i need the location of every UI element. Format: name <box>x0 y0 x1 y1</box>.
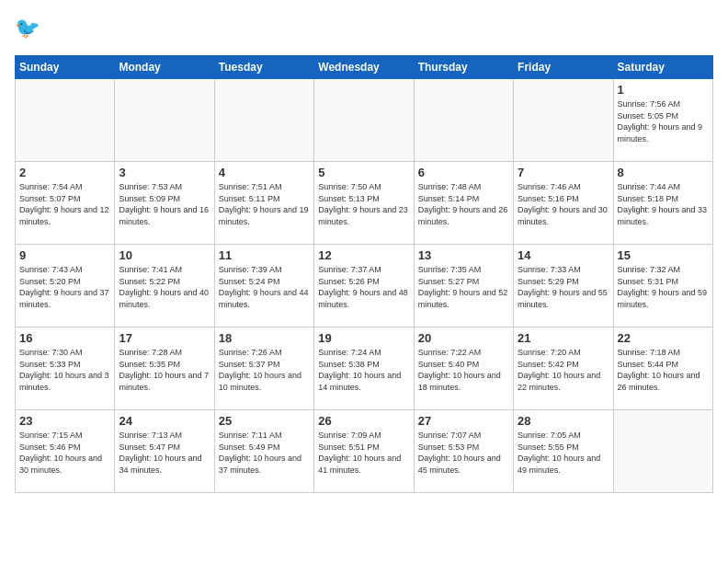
day-number: 26 <box>318 414 409 428</box>
day-number: 12 <box>318 248 409 262</box>
day-cell: 24Sunrise: 7:13 AM Sunset: 5:47 PM Dayli… <box>115 410 214 493</box>
day-info: Sunrise: 7:56 AM Sunset: 5:05 PM Dayligh… <box>618 98 709 144</box>
week-row-4: 16Sunrise: 7:30 AM Sunset: 5:33 PM Dayli… <box>16 327 713 410</box>
day-number: 13 <box>418 248 509 262</box>
day-number: 19 <box>318 331 409 345</box>
day-number: 27 <box>418 414 509 428</box>
day-number: 10 <box>119 248 210 262</box>
day-info: Sunrise: 7:46 AM Sunset: 5:16 PM Dayligh… <box>518 181 609 227</box>
day-number: 14 <box>518 248 609 262</box>
day-info: Sunrise: 7:39 AM Sunset: 5:24 PM Dayligh… <box>219 264 310 310</box>
day-cell <box>214 79 313 162</box>
day-number: 22 <box>618 331 709 345</box>
week-row-2: 2Sunrise: 7:54 AM Sunset: 5:07 PM Daylig… <box>16 162 713 245</box>
day-cell: 5Sunrise: 7:50 AM Sunset: 5:13 PM Daylig… <box>314 162 414 245</box>
col-header-thursday: Thursday <box>414 56 513 79</box>
day-info: Sunrise: 7:28 AM Sunset: 5:35 PM Dayligh… <box>119 347 210 393</box>
day-cell: 10Sunrise: 7:41 AM Sunset: 5:22 PM Dayli… <box>115 245 214 327</box>
day-number: 17 <box>119 331 210 345</box>
day-number: 15 <box>618 248 709 262</box>
day-number: 21 <box>518 331 609 345</box>
day-cell: 20Sunrise: 7:22 AM Sunset: 5:40 PM Dayli… <box>414 327 513 410</box>
day-cell: 13Sunrise: 7:35 AM Sunset: 5:27 PM Dayli… <box>414 245 513 327</box>
col-header-saturday: Saturday <box>613 56 712 79</box>
day-cell: 1Sunrise: 7:56 AM Sunset: 5:05 PM Daylig… <box>613 79 712 162</box>
day-info: Sunrise: 7:20 AM Sunset: 5:42 PM Dayligh… <box>518 347 609 393</box>
col-header-tuesday: Tuesday <box>214 56 313 79</box>
day-number: 9 <box>19 248 110 262</box>
day-cell: 3Sunrise: 7:53 AM Sunset: 5:09 PM Daylig… <box>115 162 214 245</box>
week-row-1: 1Sunrise: 7:56 AM Sunset: 5:05 PM Daylig… <box>16 79 713 162</box>
day-info: Sunrise: 7:35 AM Sunset: 5:27 PM Dayligh… <box>418 264 509 310</box>
day-cell: 2Sunrise: 7:54 AM Sunset: 5:07 PM Daylig… <box>16 162 115 245</box>
day-info: Sunrise: 7:43 AM Sunset: 5:20 PM Dayligh… <box>19 264 110 310</box>
day-cell <box>414 79 513 162</box>
day-info: Sunrise: 7:48 AM Sunset: 5:14 PM Dayligh… <box>418 181 509 227</box>
day-cell: 28Sunrise: 7:05 AM Sunset: 5:55 PM Dayli… <box>514 410 613 493</box>
week-row-3: 9Sunrise: 7:43 AM Sunset: 5:20 PM Daylig… <box>16 245 713 327</box>
day-info: Sunrise: 7:37 AM Sunset: 5:26 PM Dayligh… <box>318 264 409 310</box>
day-info: Sunrise: 7:30 AM Sunset: 5:33 PM Dayligh… <box>19 347 110 393</box>
col-header-friday: Friday <box>514 56 613 79</box>
day-cell: 18Sunrise: 7:26 AM Sunset: 5:37 PM Dayli… <box>214 327 313 410</box>
day-info: Sunrise: 7:09 AM Sunset: 5:51 PM Dayligh… <box>318 430 409 476</box>
day-cell: 11Sunrise: 7:39 AM Sunset: 5:24 PM Dayli… <box>214 245 313 327</box>
week-row-5: 23Sunrise: 7:15 AM Sunset: 5:46 PM Dayli… <box>16 410 713 493</box>
day-cell: 15Sunrise: 7:32 AM Sunset: 5:31 PM Dayli… <box>613 245 712 327</box>
day-info: Sunrise: 7:54 AM Sunset: 5:07 PM Dayligh… <box>19 181 110 227</box>
day-info: Sunrise: 7:18 AM Sunset: 5:44 PM Dayligh… <box>618 347 709 393</box>
day-cell: 25Sunrise: 7:11 AM Sunset: 5:49 PM Dayli… <box>214 410 313 493</box>
day-number: 24 <box>119 414 210 428</box>
day-number: 7 <box>518 166 609 179</box>
day-cell: 27Sunrise: 7:07 AM Sunset: 5:53 PM Dayli… <box>414 410 513 493</box>
day-cell <box>115 79 214 162</box>
col-header-monday: Monday <box>115 56 214 79</box>
day-cell: 14Sunrise: 7:33 AM Sunset: 5:29 PM Dayli… <box>514 245 613 327</box>
day-info: Sunrise: 7:44 AM Sunset: 5:18 PM Dayligh… <box>618 181 709 227</box>
day-info: Sunrise: 7:53 AM Sunset: 5:09 PM Dayligh… <box>119 181 210 227</box>
day-number: 2 <box>19 166 110 179</box>
day-number: 23 <box>19 414 110 428</box>
day-number: 8 <box>618 166 709 179</box>
logo: 🐦 <box>15 15 48 44</box>
day-info: Sunrise: 7:32 AM Sunset: 5:31 PM Dayligh… <box>618 264 709 310</box>
day-cell <box>613 410 712 493</box>
day-number: 5 <box>318 166 409 179</box>
day-number: 25 <box>219 414 310 428</box>
day-cell: 19Sunrise: 7:24 AM Sunset: 5:38 PM Dayli… <box>314 327 414 410</box>
day-info: Sunrise: 7:15 AM Sunset: 5:46 PM Dayligh… <box>19 430 110 476</box>
col-header-sunday: Sunday <box>16 56 115 79</box>
col-header-wednesday: Wednesday <box>314 56 414 79</box>
day-info: Sunrise: 7:33 AM Sunset: 5:29 PM Dayligh… <box>518 264 609 310</box>
day-number: 11 <box>219 248 310 262</box>
day-number: 18 <box>219 331 310 345</box>
day-cell: 12Sunrise: 7:37 AM Sunset: 5:26 PM Dayli… <box>314 245 414 327</box>
day-cell: 17Sunrise: 7:28 AM Sunset: 5:35 PM Dayli… <box>115 327 214 410</box>
day-info: Sunrise: 7:24 AM Sunset: 5:38 PM Dayligh… <box>318 347 409 393</box>
day-info: Sunrise: 7:50 AM Sunset: 5:13 PM Dayligh… <box>318 181 409 227</box>
logo-icon: 🐦 <box>15 15 44 44</box>
day-cell: 16Sunrise: 7:30 AM Sunset: 5:33 PM Dayli… <box>16 327 115 410</box>
day-info: Sunrise: 7:22 AM Sunset: 5:40 PM Dayligh… <box>418 347 509 393</box>
day-cell: 7Sunrise: 7:46 AM Sunset: 5:16 PM Daylig… <box>514 162 613 245</box>
day-number: 1 <box>618 83 709 97</box>
day-cell: 23Sunrise: 7:15 AM Sunset: 5:46 PM Dayli… <box>16 410 115 493</box>
day-cell <box>314 79 414 162</box>
day-number: 4 <box>219 166 310 179</box>
day-cell: 22Sunrise: 7:18 AM Sunset: 5:44 PM Dayli… <box>613 327 712 410</box>
day-cell: 8Sunrise: 7:44 AM Sunset: 5:18 PM Daylig… <box>613 162 712 245</box>
day-number: 20 <box>418 331 509 345</box>
svg-text:🐦: 🐦 <box>15 16 40 40</box>
day-info: Sunrise: 7:26 AM Sunset: 5:37 PM Dayligh… <box>219 347 310 393</box>
day-cell: 6Sunrise: 7:48 AM Sunset: 5:14 PM Daylig… <box>414 162 513 245</box>
day-cell <box>514 79 613 162</box>
day-number: 3 <box>119 166 210 179</box>
day-number: 28 <box>518 414 609 428</box>
day-info: Sunrise: 7:05 AM Sunset: 5:55 PM Dayligh… <box>518 430 609 476</box>
day-info: Sunrise: 7:07 AM Sunset: 5:53 PM Dayligh… <box>418 430 509 476</box>
day-cell: 21Sunrise: 7:20 AM Sunset: 5:42 PM Dayli… <box>514 327 613 410</box>
day-info: Sunrise: 7:51 AM Sunset: 5:11 PM Dayligh… <box>219 181 310 227</box>
day-cell: 9Sunrise: 7:43 AM Sunset: 5:20 PM Daylig… <box>16 245 115 327</box>
day-info: Sunrise: 7:13 AM Sunset: 5:47 PM Dayligh… <box>119 430 210 476</box>
day-number: 6 <box>418 166 509 179</box>
